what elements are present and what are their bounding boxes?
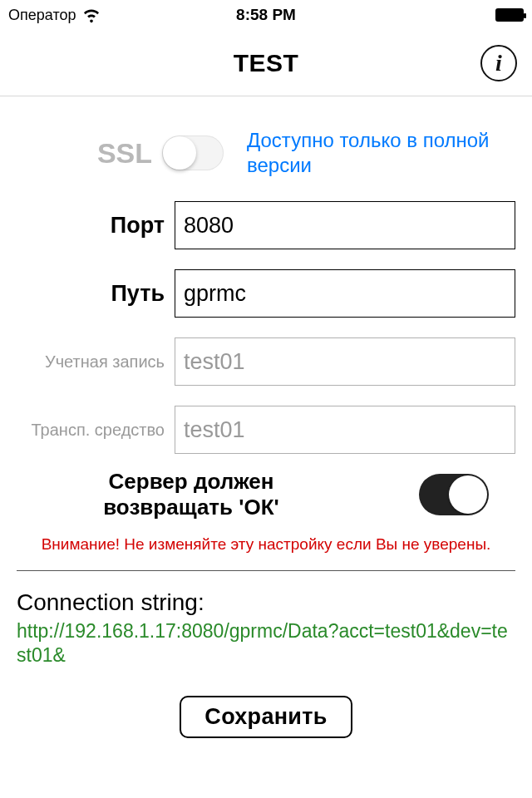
account-label: Учетная запись <box>17 352 175 372</box>
wifi-icon <box>82 6 101 24</box>
account-input[interactable] <box>175 337 515 386</box>
connection-string: http://192.168.1.17:8080/gprmc/Data?acct… <box>17 619 515 667</box>
ok-return-label: Сервер должен возвращать 'ОК' <box>66 469 316 520</box>
path-input[interactable] <box>175 269 515 318</box>
clock: 8:58 PM <box>236 6 296 24</box>
path-label: Путь <box>17 281 175 307</box>
divider <box>17 570 515 571</box>
warning-text: Внимание! Не изменяйте эту настройку есл… <box>17 532 515 570</box>
ssl-note[interactable]: Доступно только в полной версии <box>247 128 515 178</box>
port-input[interactable] <box>175 201 515 249</box>
ssl-label: SSL <box>17 137 162 170</box>
page-title: TEST <box>234 49 299 77</box>
ok-return-toggle[interactable] <box>419 474 489 515</box>
port-label: Порт <box>17 213 175 239</box>
carrier-label: Оператор <box>8 7 76 24</box>
vehicle-input[interactable] <box>175 406 515 454</box>
ssl-toggle[interactable] <box>162 135 224 170</box>
save-button[interactable]: Сохранить <box>180 696 352 738</box>
connection-label: Connection string: <box>17 589 515 616</box>
status-bar: Оператор 8:58 PM <box>0 0 532 30</box>
nav-bar: TEST i <box>0 30 532 96</box>
vehicle-label: Трансп. средство <box>17 421 175 440</box>
battery-icon <box>495 8 524 22</box>
info-icon[interactable]: i <box>480 45 517 81</box>
